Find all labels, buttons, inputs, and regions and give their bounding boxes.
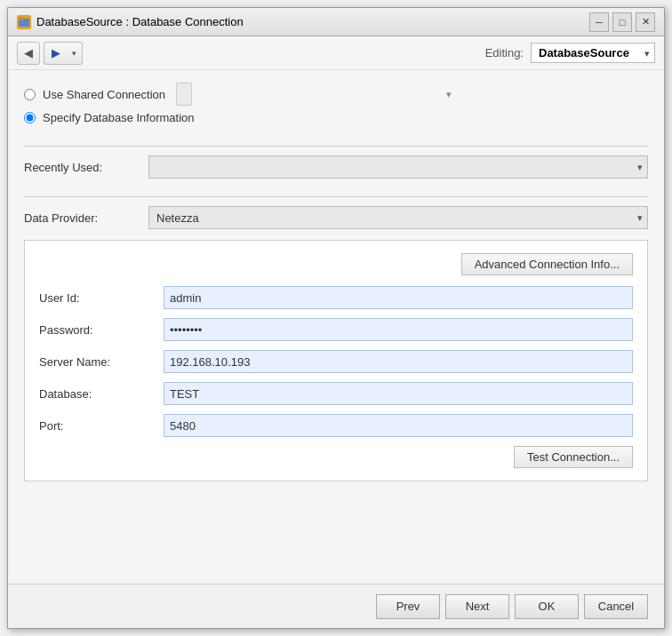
editing-dropdown[interactable]: DatabaseSource bbox=[531, 43, 655, 63]
title-bar: DatabaseSource : Database Connection ─ □… bbox=[8, 8, 664, 36]
test-connection-button[interactable]: Test Connection... bbox=[514, 446, 633, 468]
content-area: Use Shared Connection Specify Database I… bbox=[8, 70, 664, 584]
database-input[interactable] bbox=[164, 382, 633, 405]
divider-2 bbox=[24, 196, 648, 197]
user-id-input[interactable] bbox=[164, 286, 633, 309]
password-input[interactable] bbox=[164, 318, 633, 341]
app-icon bbox=[17, 15, 31, 29]
forward-icon: ▶ bbox=[52, 46, 60, 60]
use-shared-row: Use Shared Connection bbox=[24, 83, 648, 106]
minimize-button[interactable]: ─ bbox=[589, 12, 609, 32]
server-name-label: Server Name: bbox=[39, 355, 164, 369]
editing-label: Editing: bbox=[485, 46, 524, 60]
editing-dropdown-wrapper: DatabaseSource bbox=[531, 43, 655, 63]
data-provider-dropdown[interactable]: Netezza bbox=[148, 206, 648, 229]
advanced-connection-button[interactable]: Advanced Connection Info... bbox=[461, 253, 633, 275]
server-name-row: Server Name: bbox=[39, 350, 633, 373]
divider-1 bbox=[24, 146, 648, 147]
next-button[interactable]: Next bbox=[445, 594, 509, 619]
recently-used-row: Recently Used: bbox=[24, 155, 648, 179]
test-connection-row: Test Connection... bbox=[39, 446, 633, 468]
toolbar: ◀ ▶ ▾ Editing: DatabaseSource bbox=[8, 36, 664, 70]
connection-type-group: Use Shared Connection Specify Database I… bbox=[24, 83, 648, 124]
svg-rect-1 bbox=[19, 17, 24, 20]
port-input[interactable] bbox=[164, 414, 633, 437]
user-id-row: User Id: bbox=[39, 286, 633, 309]
close-button[interactable]: ✕ bbox=[636, 12, 655, 32]
back-button[interactable]: ◀ bbox=[17, 42, 40, 65]
cancel-button[interactable]: Cancel bbox=[584, 594, 648, 619]
data-provider-row: Data Provider: Netezza bbox=[24, 206, 648, 229]
recently-used-dropdown[interactable] bbox=[148, 155, 648, 179]
recently-used-label: Recently Used: bbox=[24, 161, 148, 174]
specify-db-label[interactable]: Specify Database Information bbox=[43, 111, 195, 124]
shared-connection-dropdown bbox=[176, 83, 192, 106]
window-title: DatabaseSource : Database Connection bbox=[36, 15, 244, 28]
port-row: Port: bbox=[39, 414, 633, 437]
toolbar-left: ◀ ▶ ▾ bbox=[17, 42, 83, 65]
use-shared-label[interactable]: Use Shared Connection bbox=[43, 88, 165, 101]
fields-box: Advanced Connection Info... User Id: Pas… bbox=[24, 240, 648, 481]
password-label: Password: bbox=[39, 323, 164, 337]
data-provider-wrapper: Netezza bbox=[148, 206, 648, 229]
forward-dropdown-button[interactable]: ▾ bbox=[67, 42, 83, 65]
shared-dropdown-wrapper bbox=[172, 83, 457, 106]
database-label: Database: bbox=[39, 387, 164, 401]
maximize-button[interactable]: □ bbox=[612, 12, 632, 32]
recently-used-wrapper bbox=[148, 155, 648, 179]
footer: Prev Next OK Cancel bbox=[8, 584, 664, 628]
password-row: Password: bbox=[39, 318, 633, 341]
prev-button[interactable]: Prev bbox=[376, 594, 440, 619]
advanced-btn-row: Advanced Connection Info... bbox=[39, 253, 633, 275]
server-name-input[interactable] bbox=[164, 350, 633, 373]
specify-db-radio[interactable] bbox=[24, 112, 36, 123]
title-controls: ─ □ ✕ bbox=[589, 12, 655, 32]
forward-button[interactable]: ▶ bbox=[44, 42, 67, 65]
use-shared-radio[interactable] bbox=[24, 89, 36, 100]
specify-db-row: Specify Database Information bbox=[24, 111, 648, 124]
database-row: Database: bbox=[39, 382, 633, 405]
forward-dropdown-icon: ▾ bbox=[72, 49, 76, 58]
editing-section: Editing: DatabaseSource bbox=[485, 43, 655, 63]
ok-button[interactable]: OK bbox=[515, 594, 579, 619]
main-window: DatabaseSource : Database Connection ─ □… bbox=[7, 7, 665, 629]
data-provider-label: Data Provider: bbox=[24, 211, 148, 225]
back-icon: ◀ bbox=[24, 46, 33, 60]
title-bar-left: DatabaseSource : Database Connection bbox=[17, 15, 244, 29]
port-label: Port: bbox=[39, 419, 164, 433]
user-id-label: User Id: bbox=[39, 291, 164, 305]
